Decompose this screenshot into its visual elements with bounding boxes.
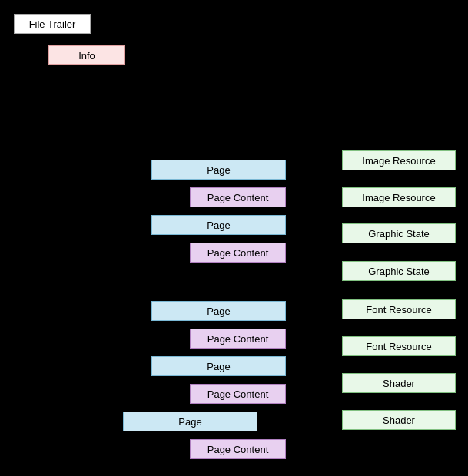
font-resource-node-2: Font Resource (342, 336, 456, 356)
page-content-node-3: Page Content (190, 329, 286, 349)
shader-node-1: Shader (342, 373, 456, 393)
info-label: Info (78, 50, 95, 61)
image-resource-1-label: Image Resource (362, 155, 435, 167)
page-node-1: Page (151, 160, 286, 180)
graphic-state-node-2: Graphic State (342, 261, 456, 281)
page-content-node-4: Page Content (190, 384, 286, 404)
page-1-label: Page (207, 164, 230, 176)
page-5-label: Page (178, 416, 201, 428)
page-content-2-label: Page Content (207, 247, 269, 259)
shader-2-label: Shader (383, 415, 415, 426)
page-4-label: Page (207, 361, 230, 372)
page-node-2: Page (151, 215, 286, 235)
shader-1-label: Shader (383, 378, 415, 389)
page-content-node-5: Page Content (190, 439, 286, 459)
page-content-node-2: Page Content (190, 243, 286, 263)
page-content-5-label: Page Content (207, 444, 269, 455)
font-resource-2-label: Font Resource (366, 341, 431, 352)
font-resource-node-1: Font Resource (342, 299, 456, 319)
page-node-5: Page (123, 412, 257, 431)
page-content-4-label: Page Content (207, 388, 269, 400)
file-trailer-label: File Trailer (29, 18, 76, 30)
page-content-1-label: Page Content (207, 192, 269, 203)
page-node-3: Page (151, 301, 286, 321)
info-node: Info (48, 45, 125, 65)
file-trailer-node: File Trailer (14, 14, 91, 34)
page-content-3-label: Page Content (207, 333, 269, 345)
shader-node-2: Shader (342, 410, 456, 430)
graphic-state-node-1: Graphic State (342, 223, 456, 243)
graphic-state-1-label: Graphic State (368, 228, 430, 240)
page-3-label: Page (207, 306, 230, 317)
page-2-label: Page (207, 220, 230, 231)
image-resource-2-label: Image Resource (362, 192, 435, 203)
page-node-4: Page (151, 356, 286, 376)
page-content-node-1: Page Content (190, 187, 286, 207)
graphic-state-2-label: Graphic State (368, 266, 430, 277)
font-resource-1-label: Font Resource (366, 304, 431, 316)
image-resource-node-2: Image Resource (342, 187, 456, 207)
image-resource-node-1: Image Resource (342, 150, 456, 170)
